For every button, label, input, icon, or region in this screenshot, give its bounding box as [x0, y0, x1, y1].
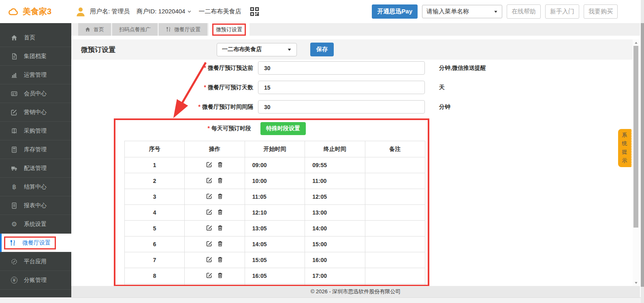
trash-icon[interactable]: [217, 193, 223, 199]
row-index: 6: [125, 236, 185, 252]
sidebar-item[interactable]: 微餐厅设置: [0, 234, 71, 252]
page-footer: © 2026 - 深圳市思迅软件股份有限公司: [71, 286, 640, 297]
sidebar-nav: 首页 集团档案 运营管理 会员中心 营销中心: [0, 23, 71, 297]
edit-icon[interactable]: [206, 161, 212, 168]
sidebar-item[interactable]: 库存管理: [0, 140, 71, 159]
scroll-down-icon[interactable]: [633, 280, 639, 286]
tab[interactable]: 扫码点餐推广: [112, 23, 158, 36]
edit-icon[interactable]: [206, 241, 212, 247]
sidebar-item-label: 配送管理: [24, 165, 47, 172]
trash-icon[interactable]: [217, 272, 223, 278]
trash-icon[interactable]: [217, 225, 223, 231]
tab[interactable]: 微预订设置: [209, 23, 249, 36]
sidebar-item[interactable]: 首页: [0, 28, 71, 47]
edit-icon[interactable]: [206, 272, 212, 278]
field-suffix: 天: [439, 84, 445, 91]
remark-cell: [365, 236, 425, 252]
chevron-down-icon: [187, 9, 192, 14]
edit-icon[interactable]: [206, 209, 212, 215]
table-row: 1 09:00 09:55: [125, 157, 425, 173]
field-label: 微餐厅预订时间间隔: [202, 103, 253, 110]
field-input[interactable]: [258, 81, 425, 94]
edit-icon[interactable]: [206, 256, 212, 262]
start-time-cell: 14:05: [245, 236, 305, 252]
start-time-cell: 13:05: [245, 221, 305, 236]
newbie-guide-button[interactable]: 新手入门: [545, 4, 579, 19]
sidebar-item[interactable]: 平台应用: [0, 252, 71, 271]
qr-code-icon[interactable]: [249, 6, 260, 17]
row-index: 4: [125, 205, 185, 221]
period-row: *每天可预订时段 特殊时段设置: [115, 122, 428, 135]
sidebar-item[interactable]: 运营管理: [0, 66, 71, 84]
start-time-cell: 11:05: [245, 189, 305, 205]
end-time-cell: 09:55: [305, 157, 365, 173]
edit-icon[interactable]: [206, 193, 212, 199]
member-icon: [11, 90, 18, 97]
field-input[interactable]: [258, 61, 425, 75]
merchant-id[interactable]: 商户ID: 12020404: [136, 8, 192, 15]
special-period-button[interactable]: 特殊时段设置: [260, 122, 306, 135]
online-help-button[interactable]: 在线帮助: [507, 4, 541, 19]
tab-label: 首页: [94, 26, 104, 33]
sidebar-item[interactable]: 营销中心: [0, 103, 71, 122]
window-scrollbar-thumb[interactable]: [641, 23, 644, 287]
trash-icon[interactable]: [217, 256, 223, 262]
tab[interactable]: 首页: [78, 23, 111, 36]
cutlery-icon: [9, 240, 16, 246]
open-pay-button[interactable]: 开通思迅Pay: [372, 4, 418, 19]
time-slot-table: 序号操作开始时间终止时间备注 1 09:00 09:55: [124, 141, 425, 286]
sidebar-item[interactable]: ฿ 结算中心: [0, 178, 71, 196]
start-time-cell: 09:00: [245, 157, 305, 173]
system-tip-flag[interactable]: 系统提示: [618, 129, 632, 167]
user-info-bar: 用户名: 管理员 商户ID: 12020404 一二布布美食店: [75, 6, 260, 17]
sidebar-item[interactable]: ¥ 分账管理: [0, 271, 71, 290]
sidebar-item[interactable]: 报表中心: [0, 196, 71, 215]
sidebar-item-label: 运营管理: [24, 71, 47, 79]
remark-cell: [365, 205, 425, 221]
field-input[interactable]: [258, 100, 425, 114]
content-scrollbar[interactable]: [633, 39, 639, 286]
form-row: *微餐厅可预订天数 天: [71, 81, 633, 94]
save-button[interactable]: 保存: [310, 43, 334, 56]
end-time-cell: 16:00: [305, 252, 365, 268]
inventory-icon: [11, 146, 18, 153]
row-index: 5: [125, 221, 185, 236]
sidebar-item[interactable]: 集团档案: [0, 47, 71, 66]
remark-cell: [365, 157, 425, 173]
table-row: 8 16:05 17:00: [125, 268, 425, 284]
caret-down-icon: [287, 47, 292, 52]
trash-icon[interactable]: [217, 241, 223, 247]
app-logo: 美食家3: [0, 6, 75, 18]
row-index: 8: [125, 268, 185, 284]
table-row: 4 12:10 13:00: [125, 205, 425, 221]
sidebar-item[interactable]: 采购管理: [0, 122, 71, 140]
purchase-icon: [11, 128, 18, 134]
page-header-band: 微预订设置 一二布布美食店 保存: [71, 39, 633, 60]
window-scrollbar[interactable]: [641, 0, 644, 303]
edit-icon[interactable]: [206, 177, 212, 183]
sidebar-item[interactable]: ⚙ 系统设置: [0, 215, 71, 234]
home-icon: [11, 34, 18, 41]
remark-cell: [365, 252, 425, 268]
buy-button[interactable]: 我要购买: [584, 4, 618, 19]
trash-icon[interactable]: [217, 209, 223, 215]
menu-search-select[interactable]: 请输入菜单名称: [422, 5, 502, 18]
sidebar-item-label: 营销中心: [24, 109, 47, 116]
cutlery-icon: [166, 27, 171, 32]
form-row: *微餐厅预订时间间隔 分钟: [71, 100, 633, 114]
trash-icon[interactable]: [217, 161, 223, 168]
home-icon: [85, 27, 90, 32]
sidebar-item-label: 集团档案: [24, 53, 47, 60]
scrollbar-thumb[interactable]: [633, 46, 638, 228]
sidebar-item[interactable]: 会员中心: [0, 84, 71, 103]
edit-icon[interactable]: [206, 225, 212, 231]
user-avatar-icon: [75, 6, 86, 17]
tab[interactable]: 微餐厅设置: [159, 23, 207, 36]
scroll-up-icon[interactable]: [633, 40, 639, 45]
sidebar-item[interactable]: 配送管理: [0, 159, 71, 178]
top-header: 美食家3 用户名: 管理员 商户ID: 12020404 一二布布美食店 开通思…: [0, 0, 644, 23]
store-select[interactable]: 一二布布美食店: [217, 43, 297, 56]
trash-icon[interactable]: [217, 177, 223, 183]
required-mark: *: [198, 103, 200, 110]
end-time-cell: 14:00: [305, 221, 365, 236]
